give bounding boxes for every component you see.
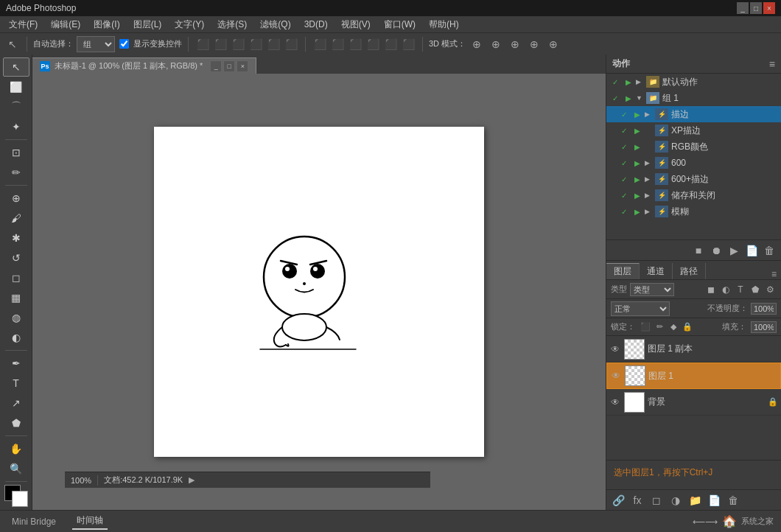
record-btn[interactable]: ⏺	[709, 243, 724, 258]
dist-b-icon[interactable]: ⬛	[382, 36, 399, 52]
tab-minimize-btn[interactable]: _	[210, 60, 222, 72]
select-tool[interactable]: ⬜	[3, 77, 29, 97]
lock-art-icon[interactable]: ◆	[668, 321, 679, 333]
gradient-tool[interactable]: ▦	[3, 288, 29, 307]
maximize-btn[interactable]: □	[750, 2, 762, 14]
action-item-600stroke[interactable]: ✓ ▶ ▶ ⚡ 600+描边	[606, 171, 781, 187]
color-selector[interactable]	[4, 485, 28, 507]
dist-e-icon[interactable]: ⬛	[400, 36, 416, 52]
text-tool[interactable]: T	[3, 374, 29, 393]
link-layers-btn[interactable]: 🔗	[611, 493, 626, 508]
filter-text-icon[interactable]: T	[734, 283, 747, 296]
align-middle-icon[interactable]: ⬛	[265, 36, 281, 52]
menu-text[interactable]: 文字(Y)	[169, 17, 210, 32]
menu-edit[interactable]: 编辑(E)	[45, 17, 86, 32]
canvas-tab[interactable]: Ps 未标题-1 @ 100% (图层 1 副本, RGB/8) * _ □ ×	[32, 57, 256, 74]
3d-roll-icon[interactable]: ⊕	[488, 36, 504, 52]
zoom-tool[interactable]: 🔍	[3, 459, 29, 478]
menu-window[interactable]: 窗口(W)	[378, 17, 421, 32]
lasso-tool[interactable]: ⌒	[3, 97, 29, 116]
new-action-btn[interactable]: 📄	[744, 243, 759, 258]
layer-visibility-icon[interactable]: 👁	[609, 396, 621, 408]
filter-shape-icon[interactable]: ⬟	[749, 283, 762, 296]
autoselect-dropdown[interactable]: 组 图层	[77, 36, 115, 52]
lock-position-icon[interactable]: ✏	[654, 321, 665, 333]
brush-tool[interactable]: 🖌	[3, 209, 29, 228]
action-item-blur[interactable]: ✓ ▶ ▶ ⚡ 模糊	[606, 203, 781, 220]
tool-arrow-icon[interactable]: ↖	[4, 36, 21, 52]
layer-row-bg[interactable]: 👁 背景 🔒	[606, 389, 781, 416]
3d-orbit-icon[interactable]: ⊕	[469, 36, 485, 52]
add-mask-btn[interactable]: ◻	[649, 493, 664, 508]
dist-v-icon[interactable]: ⬛	[329, 36, 346, 52]
window-controls[interactable]: _ □ ×	[737, 2, 775, 14]
layer-row-copy[interactable]: 👁 图层 1 副本	[606, 336, 781, 363]
layer-row-1[interactable]: 👁 图层 1	[606, 363, 781, 389]
hand-tool[interactable]: ✋	[3, 439, 29, 458]
magic-wand-tool[interactable]: ✦	[3, 117, 29, 136]
filter-pixel-icon[interactable]: ◼	[704, 283, 718, 296]
action-item-default[interactable]: ✓ ▶ ▶ 📁 默认动作	[606, 74, 781, 90]
stop-btn[interactable]: ■	[691, 243, 706, 258]
dist-c-icon[interactable]: ⬛	[347, 36, 363, 52]
blur-tool[interactable]: ◍	[3, 308, 29, 327]
tab-paths[interactable]: 路径	[673, 263, 706, 279]
healing-tool[interactable]: ⊕	[3, 189, 29, 208]
canvas-viewport[interactable]	[32, 74, 606, 510]
menu-view[interactable]: 视图(V)	[335, 17, 377, 32]
menu-help[interactable]: 帮助(H)	[423, 17, 465, 32]
layers-menu[interactable]: ≡	[771, 269, 781, 279]
dist-m-icon[interactable]: ⬛	[365, 36, 381, 52]
fill-input[interactable]	[751, 321, 777, 333]
path-tool[interactable]: ↗	[3, 393, 29, 413]
minimize-btn[interactable]: _	[737, 2, 749, 14]
layer-visibility-icon[interactable]: 👁	[610, 370, 622, 382]
action-item-saveclose[interactable]: ✓ ▶ ▶ ⚡ 储存和关闭	[606, 187, 781, 203]
tab-channels[interactable]: 通道	[640, 263, 673, 279]
layer-visibility-icon[interactable]: 👁	[609, 343, 621, 355]
shape-tool[interactable]: ⬟	[3, 413, 29, 433]
play-btn[interactable]: ▶	[726, 243, 741, 258]
crop-tool[interactable]: ⊡	[3, 143, 29, 162]
align-bottom-icon[interactable]: ⬛	[283, 36, 299, 52]
action-item-group1[interactable]: ✓ ▶ ▼ 📁 组 1	[606, 90, 781, 106]
menu-layer[interactable]: 图层(L)	[127, 17, 168, 32]
background-color[interactable]	[12, 491, 28, 507]
close-btn[interactable]: ×	[763, 2, 775, 14]
tab-close-btn[interactable]: ×	[237, 60, 248, 72]
3d-pan-icon[interactable]: ⊕	[507, 36, 523, 52]
tab-mini-bridge[interactable]: Mini Bridge	[7, 515, 60, 528]
new-adjustment-btn[interactable]: ◑	[668, 493, 683, 508]
menu-3d[interactable]: 3D(D)	[298, 18, 334, 31]
move-tool[interactable]: ↖	[3, 57, 29, 77]
history-tool[interactable]: ↺	[3, 248, 29, 267]
3d-scale-icon[interactable]: ⊕	[545, 36, 561, 52]
eyedropper-tool[interactable]: ✏	[3, 163, 29, 182]
eraser-tool[interactable]: ◻	[3, 268, 29, 287]
new-layer-btn[interactable]: 📄	[707, 493, 721, 508]
align-top-icon[interactable]: ⬛	[248, 36, 264, 52]
showcontrols-checkbox[interactable]	[119, 39, 129, 49]
filter-select[interactable]: 类型	[630, 283, 674, 296]
action-item-600[interactable]: ✓ ▶ ▶ ⚡ 600	[606, 155, 781, 171]
new-group-btn[interactable]: 📁	[687, 493, 702, 508]
align-center-icon[interactable]: ⬛	[212, 36, 228, 52]
delete-action-btn[interactable]: 🗑	[762, 243, 777, 258]
lock-all-icon[interactable]: 🔒	[682, 321, 693, 333]
stamp-tool[interactable]: ✱	[3, 228, 29, 248]
align-left-icon[interactable]: ⬛	[195, 36, 211, 52]
menu-filter[interactable]: 滤镜(Q)	[254, 17, 296, 32]
dodge-tool[interactable]: ◐	[3, 328, 29, 347]
status-arrow[interactable]: ▶	[189, 475, 195, 485]
filter-adjustment-icon[interactable]: ◐	[719, 283, 732, 296]
tab-layers[interactable]: 图层	[606, 263, 640, 279]
dist-h-icon[interactable]: ⬛	[312, 36, 328, 52]
menu-file[interactable]: 文件(F)	[3, 17, 43, 32]
tab-maximize-btn[interactable]: □	[223, 60, 235, 72]
tab-timeline[interactable]: 时间轴	[72, 513, 108, 530]
pen-tool[interactable]: ✒	[3, 354, 29, 373]
filter-smart-icon[interactable]: ⚙	[763, 283, 777, 296]
action-item-xp[interactable]: ✓ ▶ ⚡ XP描边	[606, 122, 781, 139]
align-right-icon[interactable]: ⬛	[230, 36, 246, 52]
lock-pixels-icon[interactable]: ⬛	[640, 321, 651, 333]
